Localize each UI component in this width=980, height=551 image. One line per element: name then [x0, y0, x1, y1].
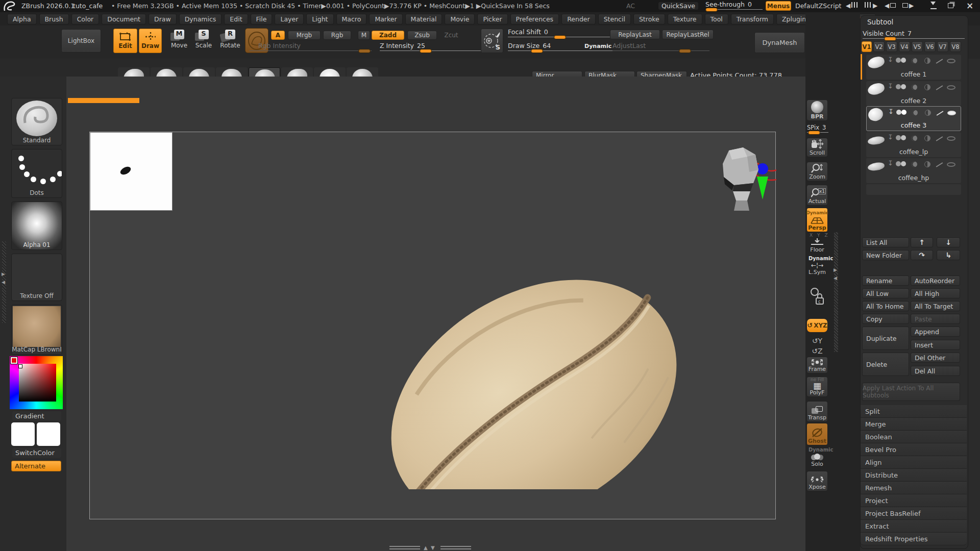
menu-picker[interactable]: Picker: [477, 14, 507, 24]
visible-count-slider[interactable]: Visible Count7: [863, 30, 965, 39]
actual-button[interactable]: x1 Actual: [806, 185, 828, 206]
z-intensity-handle[interactable]: [420, 49, 432, 53]
zadd-toggle[interactable]: Zadd: [372, 31, 404, 40]
crescent-icon[interactable]: [911, 84, 917, 90]
polypa int-pair-icon[interactable]: [896, 84, 901, 89]
subtool-row-coffee1[interactable]: ↧ coffee 1: [866, 55, 961, 80]
duplicate-button[interactable]: Duplicate: [862, 327, 909, 350]
canvas-area[interactable]: ▲ ▼: [66, 77, 805, 551]
select-arrow-icon[interactable]: ↧: [888, 56, 893, 63]
section-distribute[interactable]: Distribute: [861, 469, 967, 482]
menu-macro[interactable]: Macro: [336, 14, 367, 24]
sv-square[interactable]: [19, 364, 56, 402]
view-tab-v3[interactable]: V3: [886, 41, 897, 52]
view-tab-v5[interactable]: V5: [912, 41, 923, 52]
secondary-color-swatch[interactable]: [37, 422, 60, 446]
toolbar-scroll-strip[interactable]: [834, 232, 838, 352]
sv-cursor[interactable]: [18, 364, 22, 368]
view-tab-v6[interactable]: V6: [924, 41, 936, 52]
view-tab-v7[interactable]: V7: [937, 41, 948, 52]
minimize-icon[interactable]: [930, 2, 937, 9]
m-toggle[interactable]: M: [358, 31, 370, 40]
see-through-slider[interactable]: See-through0: [705, 1, 763, 10]
contrast-icon[interactable]: [925, 110, 931, 116]
polypaint-pair-icon[interactable]: [896, 58, 901, 63]
restore-icon[interactable]: [948, 3, 953, 10]
z-intensity-slider[interactable]: Z Intensity25: [380, 42, 492, 51]
replay-last-button[interactable]: ReplayLast: [610, 30, 660, 39]
paint-icon[interactable]: [936, 59, 943, 64]
menu-movie[interactable]: Movie: [445, 14, 475, 24]
current-alpha-thumb[interactable]: Alpha 01: [11, 202, 62, 250]
menu-alpha[interactable]: Alpha: [7, 14, 37, 24]
section-split[interactable]: Split: [861, 405, 967, 418]
menu-texture[interactable]: Texture: [668, 14, 702, 24]
menu-preferences[interactable]: Preferences: [510, 14, 559, 24]
menu-draw[interactable]: Draw: [149, 14, 177, 24]
paint-icon[interactable]: [937, 111, 944, 116]
solo-button[interactable]: Solo: [806, 452, 828, 468]
contrast-icon[interactable]: [924, 84, 930, 90]
frame-button[interactable]: Frame: [806, 357, 828, 373]
lsym-button[interactable]: ←¦→ L.Sym: [806, 261, 828, 277]
section-project-basrelief[interactable]: Project BasRelief: [861, 507, 967, 520]
view-tab-v2[interactable]: V2: [873, 41, 885, 52]
spix-slider[interactable]: SPix3: [807, 124, 828, 133]
hscroll-right-segment[interactable]: [440, 546, 471, 549]
copy-button[interactable]: Copy: [862, 314, 909, 324]
subtool-row-coffee3-selected[interactable]: ↧ coffee 3: [866, 106, 961, 131]
stroke-type-button[interactable]: S: [481, 29, 503, 53]
transp-button[interactable]: Transp: [806, 401, 828, 422]
eye-icon[interactable]: [947, 136, 955, 141]
apply-last-action-button[interactable]: Apply Last Action To All Subtools: [862, 383, 960, 401]
rgb-toggle[interactable]: Rgb: [323, 31, 351, 40]
autoreorder-button[interactable]: AutoReorder: [911, 276, 960, 286]
section-remesh[interactable]: Remesh: [861, 482, 967, 494]
all-high-button[interactable]: All High: [911, 288, 960, 298]
zsub-toggle[interactable]: Zsub: [407, 31, 437, 40]
focal-shift-handle[interactable]: [554, 35, 566, 39]
crescent-icon[interactable]: [912, 110, 918, 116]
rotate-y-button[interactable]: ↺Y: [806, 335, 828, 346]
xyz-button[interactable]: ↺ XYZ: [806, 318, 828, 333]
subtool-row-empty[interactable]: [866, 184, 961, 195]
lightbox-button[interactable]: LightBox: [61, 29, 101, 53]
switchcolor-button[interactable]: SwitchColor: [12, 448, 61, 458]
current-brush-thumb[interactable]: Standard: [11, 98, 62, 145]
move-down-button[interactable]: ↓: [937, 237, 960, 247]
menu-light[interactable]: Light: [306, 14, 333, 24]
gradient-button[interactable]: Gradient: [12, 411, 61, 421]
mrgb-toggle[interactable]: Mrgb: [288, 31, 321, 40]
quicksave-button[interactable]: QuickSave: [658, 2, 698, 10]
all-to-target-button[interactable]: All To Target: [911, 301, 960, 311]
color-picker[interactable]: [10, 356, 63, 409]
select-arrow-icon[interactable]: ↧: [888, 82, 893, 90]
section-boolean[interactable]: Boolean: [861, 431, 967, 443]
menu-stencil[interactable]: Stencil: [598, 14, 631, 24]
all-low-button[interactable]: All Low: [862, 288, 909, 298]
menu-layer[interactable]: Layer: [275, 14, 304, 24]
scrub-left-icon[interactable]: ◀: [846, 2, 859, 9]
menu-material[interactable]: Material: [405, 14, 443, 24]
section-project[interactable]: Project: [861, 494, 967, 507]
adjust-last-slider[interactable]: AdjustLast: [612, 42, 709, 51]
replay-last-rel-button[interactable]: ReplayLastRel: [662, 30, 714, 39]
view-tab-v1[interactable]: V1: [862, 41, 872, 52]
list-all-button[interactable]: List All: [862, 237, 909, 247]
scroll-button[interactable]: Scroll: [806, 138, 828, 157]
section-redshift-properties[interactable]: Redshift Properties: [861, 533, 967, 545]
zoom-button[interactable]: Zoom: [806, 162, 828, 181]
dock-left-icon[interactable]: ◀: [885, 2, 896, 9]
paste-button[interactable]: Paste: [911, 314, 960, 324]
eye-icon[interactable]: [947, 111, 956, 115]
menu-marker[interactable]: Marker: [369, 14, 402, 24]
dock-right-icon[interactable]: ▶: [902, 2, 914, 9]
move-out-folder-button[interactable]: ↷: [911, 250, 933, 260]
eye-icon[interactable]: [947, 85, 955, 90]
alternate-button[interactable]: Alternate: [11, 461, 61, 471]
bpr-button[interactable]: BPR: [806, 99, 828, 121]
contrast-icon[interactable]: [924, 161, 930, 167]
move-into-folder-button[interactable]: ↳: [937, 250, 960, 260]
delete-button[interactable]: Delete: [862, 353, 909, 376]
zcut-toggle[interactable]: Zcut: [440, 31, 462, 40]
